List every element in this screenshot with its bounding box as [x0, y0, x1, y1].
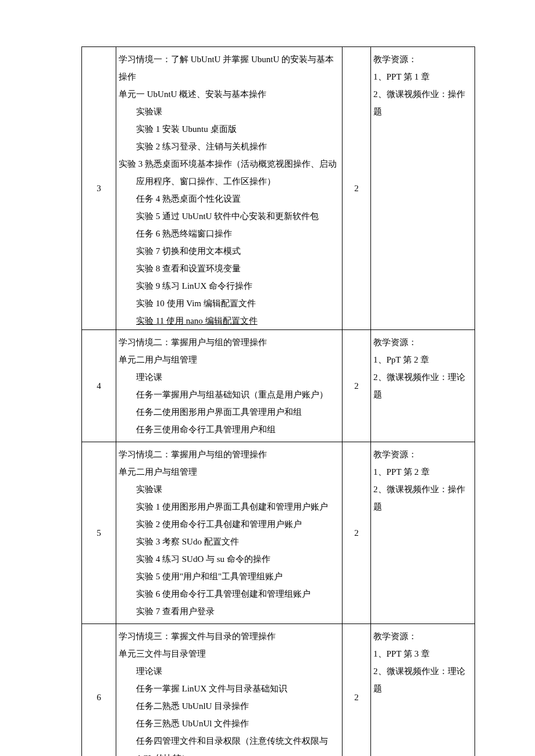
resource-label: 教学资源： — [373, 632, 417, 641]
resources-cell: 教学资源： 1、PPT 第 1 章 2、微课视频作业：操作题 — [371, 47, 475, 330]
task-item: 实验 5 通过 UbUntU 软件中心安装和更新软件包 — [119, 207, 340, 225]
hours-cell: 2 — [343, 47, 371, 330]
table-row: 3 学习情境一：了解 UbUntU 并掌握 UbuntU 的安装与基本操作 单元… — [82, 47, 475, 330]
task-item: 实验 8 查看和设置环境变量 — [119, 260, 340, 277]
task-item: 任务二使用图形用户界面工具管理用户和组 — [119, 403, 340, 421]
resources-cell: 教学资源： 1、PPT 第 3 章 2、微课视频作业：理论题 — [371, 624, 475, 757]
row-number: 5 — [82, 442, 116, 624]
task-item: 实验 7 切换和使用文本模式 — [119, 242, 340, 260]
resource-item: 2、微课视频作业：操作题 — [373, 485, 465, 511]
unit-title: 单元一 UbUntU 概述、安装与基本操作 — [119, 89, 266, 99]
course-type: 理论课 — [119, 662, 340, 680]
resource-label: 教学资源： — [373, 450, 417, 459]
task-item: 任务 4 熟悉桌面个性化设置 — [119, 190, 340, 207]
table-row: 5 学习情境二：掌握用户与组的管理操作 单元二用户与组管理 实验课 实验 1 使… — [82, 442, 475, 624]
content-cell: 学习情境三：掌握文件与目录的管理操作 单元三文件与目录管理 理论课 任务一掌握 … — [116, 624, 343, 757]
resources-cell: 教学资源： 1、PPT 第 2 章 2、微课视频作业：操作题 — [371, 442, 475, 624]
resource-item: 2、微课视频作业：理论题 — [373, 372, 465, 399]
task-item: 实验 1 使用图形用户界面工具创建和管理用户账户 — [119, 498, 340, 515]
resource-item: 1、PpT 第 2 章 — [373, 355, 429, 364]
hours-cell: 2 — [343, 330, 371, 442]
task-item: 任务一掌握 LinUX 文件与目录基础知识 — [119, 680, 340, 697]
resource-item: 2、微课视频作业：操作题 — [373, 89, 465, 116]
task-item: 实验 6 使用命令行工具管理创建和管理组账户 — [119, 585, 340, 603]
context-title: 学习情境二：掌握用户与组的管理操作 — [119, 450, 267, 459]
task-item: 实验 9 练习 LinUX 命令行操作 — [119, 277, 340, 295]
context-title: 学习情境三：掌握文件与目录的管理操作 — [119, 632, 276, 641]
task-item: 实验 2 练习登录、注销与关机操作 — [119, 138, 340, 155]
table-row: 4 学习情境二：掌握用户与组的管理操作 单元二用户与组管理 理论课 任务一掌握用… — [82, 330, 475, 442]
resources-cell: 教学资源： 1、PpT 第 2 章 2、微课视频作业：理论题 — [371, 330, 475, 442]
unit-title: 单元二用户与组管理 — [119, 355, 197, 364]
context-title: 学习情境二：掌握用户与组的管理操作 — [119, 338, 267, 347]
row-number: 6 — [82, 624, 116, 757]
task-item: 实验 5 使用"用户和组"工具管理组账户 — [119, 568, 340, 585]
row-number: 3 — [82, 47, 116, 330]
task-item: 任务四管理文件和目录权限（注意传统文件权限与 ACL 的比较） — [119, 732, 340, 756]
schedule-table: 3 学习情境一：了解 UbUntU 并掌握 UbuntU 的安装与基本操作 单元… — [81, 46, 475, 756]
content-cell: 学习情境一：了解 UbUntU 并掌握 UbuntU 的安装与基本操作 单元一 … — [116, 47, 343, 330]
resource-label: 教学资源： — [373, 55, 417, 64]
course-type: 实验课 — [119, 103, 340, 120]
resource-item: 1、PPT 第 1 章 — [373, 72, 430, 81]
resource-label: 教学资源： — [373, 338, 417, 347]
task-item: 实验 7 查看用户登录 — [119, 603, 340, 620]
course-type: 理论课 — [119, 368, 340, 386]
task-item: 实验 2 使用命令行工具创建和管理用户账户 — [119, 515, 340, 533]
resource-item: 1、PPT 第 2 章 — [373, 467, 430, 476]
task-item: 任务三熟悉 UbUnUl 文件操作 — [119, 715, 340, 732]
unit-title: 单元三文件与目录管理 — [119, 649, 206, 658]
hours-cell: 2 — [343, 624, 371, 757]
content-cell: 学习情境二：掌握用户与组的管理操作 单元二用户与组管理 理论课 任务一掌握用户与… — [116, 330, 343, 442]
resource-item: 2、微课视频作业：理论题 — [373, 667, 465, 693]
hours-cell: 2 — [343, 442, 371, 624]
context-title: 学习情境一：了解 UbUntU 并掌握 UbuntU 的安装与基本操作 — [119, 55, 334, 81]
content-cell: 学习情境二：掌握用户与组的管理操作 单元二用户与组管理 实验课 实验 1 使用图… — [116, 442, 343, 624]
task-item: 实验 3 考察 SUdo 配置文件 — [119, 533, 340, 550]
task-item: 实验 3 熟悉桌面环境基本操作（活动概览视图操作、启动应用程序、窗口操作、工作区… — [119, 155, 340, 190]
task-item: 实验 11 使用 nano 编辑配置文件 — [119, 312, 340, 329]
task-item: 任务一掌握用户与组基础知识（重点是用户账户） — [119, 386, 340, 403]
task-item: 任务三使用命令行工具管理用户和组 — [119, 421, 340, 438]
row-number: 4 — [82, 330, 116, 442]
unit-title: 单元二用户与组管理 — [119, 467, 197, 476]
task-item: 实验 10 使用 Vim 编辑配置文件 — [119, 295, 340, 312]
table-row: 6 学习情境三：掌握文件与目录的管理操作 单元三文件与目录管理 理论课 任务一掌… — [82, 624, 475, 757]
task-item: 实验 4 练习 SUdO 与 su 命令的操作 — [119, 550, 340, 568]
task-item: 任务 6 熟悉终端窗口操作 — [119, 225, 340, 242]
task-item: 实验 1 安装 Ubuntu 桌面版 — [119, 120, 340, 138]
task-item: 任务二熟悉 UbUnlU 目录操作 — [119, 697, 340, 715]
resource-item: 1、PPT 第 3 章 — [373, 649, 430, 658]
course-type: 实验课 — [119, 481, 340, 498]
